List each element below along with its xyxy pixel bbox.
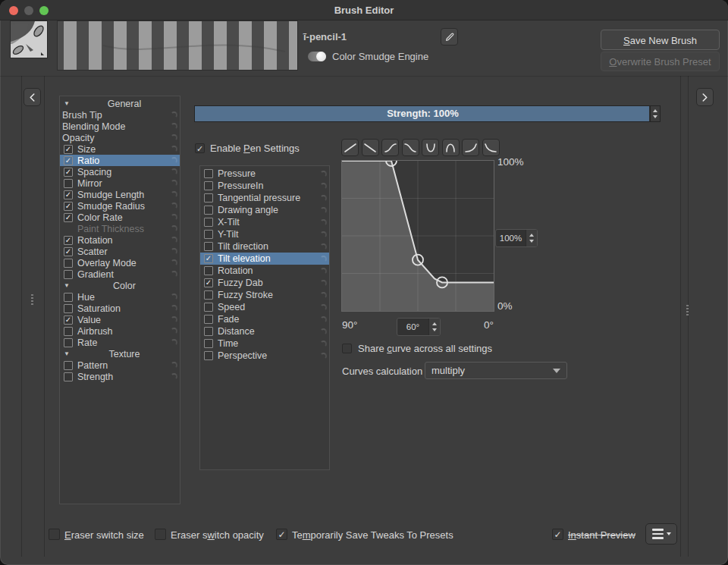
- list-item[interactable]: Gradient: [60, 268, 180, 280]
- detach-menu-button[interactable]: [645, 523, 677, 545]
- item-checkbox[interactable]: ✓: [64, 190, 73, 199]
- item-checkbox[interactable]: [64, 270, 73, 279]
- list-item[interactable]: Perspective: [200, 350, 329, 362]
- list-item[interactable]: Airbrush: [60, 325, 180, 337]
- item-checkbox[interactable]: [204, 327, 213, 336]
- share-curve-checkbox[interactable]: [342, 344, 352, 353]
- curve-preset-arch-button[interactable]: [442, 139, 460, 156]
- item-checkbox[interactable]: ✓: [64, 202, 73, 211]
- enable-pen-settings-row[interactable]: ✓ Enable Pen Settings: [195, 143, 300, 154]
- list-item[interactable]: X-Tilt: [200, 216, 329, 228]
- list-item[interactable]: PressureIn: [200, 180, 329, 192]
- spin-up-icon[interactable]: [432, 322, 437, 325]
- list-item[interactable]: ✓Ratio: [60, 155, 180, 166]
- rename-brush-button[interactable]: [441, 28, 458, 46]
- curve-angle-spinbox[interactable]: 60°: [397, 318, 441, 336]
- item-checkbox[interactable]: ✓: [64, 156, 73, 165]
- item-checkbox[interactable]: ✓: [64, 315, 73, 325]
- curve-preset-s-button[interactable]: [381, 139, 399, 156]
- list-item[interactable]: Pattern: [60, 359, 180, 371]
- item-checkbox[interactable]: [204, 242, 213, 251]
- sensor-list[interactable]: PressurePressureInTangential pressureDra…: [199, 165, 330, 470]
- collapse-triangle-icon[interactable]: ▼: [64, 350, 70, 357]
- curve-preset-concave-up-button[interactable]: [462, 139, 479, 156]
- list-item[interactable]: Drawing angle: [200, 204, 329, 216]
- item-checkbox[interactable]: [64, 179, 73, 188]
- list-item[interactable]: ✓Value: [60, 314, 180, 325]
- eraser-switch-opacity-checkbox[interactable]: [155, 529, 166, 540]
- list-item[interactable]: Blending Mode: [60, 121, 180, 132]
- item-checkbox[interactable]: [204, 303, 213, 312]
- item-checkbox[interactable]: ✓: [64, 168, 73, 177]
- item-checkbox[interactable]: [64, 293, 73, 302]
- list-item[interactable]: Tangential pressure: [200, 192, 329, 204]
- item-checkbox[interactable]: [204, 339, 213, 348]
- eraser-switch-size-checkbox[interactable]: [49, 529, 60, 540]
- item-checkbox[interactable]: [64, 361, 73, 370]
- list-item[interactable]: ✓Spacing: [60, 166, 180, 177]
- previous-preset-button[interactable]: [24, 88, 41, 106]
- enable-pen-settings-checkbox[interactable]: ✓: [195, 143, 205, 153]
- list-item[interactable]: ✓Size: [60, 143, 180, 155]
- curve-angle-spin-buttons[interactable]: [428, 319, 440, 335]
- spin-down-icon[interactable]: [529, 240, 534, 243]
- list-item[interactable]: ✓Color Rate: [60, 212, 180, 223]
- spin-up-icon[interactable]: [653, 109, 657, 112]
- item-checkbox[interactable]: [204, 181, 213, 190]
- curve-preset-linear-up-button[interactable]: [341, 139, 359, 156]
- left-splitter-handle[interactable]: [31, 294, 33, 306]
- list-item[interactable]: Rate: [60, 337, 180, 348]
- instant-preview-checkbox[interactable]: ✓: [552, 529, 563, 540]
- item-checkbox[interactable]: [64, 327, 73, 336]
- list-item[interactable]: Rotation: [200, 265, 329, 277]
- list-item[interactable]: Brush Tip: [60, 109, 180, 121]
- save-new-brush-preset-button[interactable]: Save New Brush Preset...: [601, 30, 720, 50]
- engine-toggle[interactable]: [308, 52, 326, 61]
- section-header[interactable]: ▼Color: [60, 280, 180, 291]
- item-checkbox[interactable]: [204, 218, 213, 227]
- curve-preset-s-reverse-button[interactable]: [402, 139, 419, 156]
- next-preset-button[interactable]: [696, 88, 714, 106]
- item-checkbox[interactable]: [64, 372, 73, 381]
- list-item[interactable]: ✓Smudge Length: [60, 189, 180, 200]
- list-item[interactable]: Pressure: [200, 168, 329, 180]
- list-item[interactable]: Overlay Mode: [60, 257, 180, 268]
- item-checkbox[interactable]: [64, 259, 73, 268]
- list-item[interactable]: Hue: [60, 291, 180, 303]
- item-checkbox[interactable]: [204, 315, 213, 324]
- curve-preset-linear-down-button[interactable]: [362, 139, 379, 156]
- curve-value-spinbox[interactable]: 100%: [495, 229, 538, 247]
- strength-slider[interactable]: Strength: 100%: [194, 105, 661, 122]
- item-checkbox[interactable]: [204, 351, 213, 360]
- list-item[interactable]: Time: [200, 337, 329, 350]
- section-header[interactable]: ▼Texture: [60, 348, 180, 359]
- list-item[interactable]: Saturation: [60, 303, 180, 314]
- item-checkbox[interactable]: ✓: [204, 254, 213, 263]
- list-item[interactable]: ✓Tilt elevation: [200, 253, 329, 265]
- scratchpad[interactable]: [57, 20, 298, 71]
- item-checkbox[interactable]: ✓: [64, 145, 73, 154]
- titlebar[interactable]: Brush Editor: [0, 0, 728, 20]
- list-item[interactable]: ✓Smudge Radius: [60, 200, 180, 212]
- item-checkbox[interactable]: [204, 230, 213, 239]
- list-item[interactable]: Paint Thickness: [60, 223, 180, 234]
- calc-mode-select[interactable]: multiply: [425, 362, 567, 379]
- list-item[interactable]: Mirror: [60, 177, 180, 189]
- temporarily-save-tweaks-checkbox[interactable]: ✓: [276, 529, 287, 540]
- list-item[interactable]: Speed: [200, 301, 329, 313]
- list-item[interactable]: Y-Tilt: [200, 228, 329, 240]
- section-header[interactable]: ▼General: [60, 98, 180, 109]
- item-checkbox[interactable]: [204, 193, 213, 202]
- list-item[interactable]: Distance: [200, 325, 329, 337]
- strength-spin-buttons[interactable]: [650, 106, 660, 121]
- brush-settings-list[interactable]: ▼GeneralBrush TipBlending ModeOpacity✓Si…: [59, 96, 180, 504]
- list-item[interactable]: Fuzzy Stroke: [200, 289, 329, 301]
- curve-value-spin-buttons[interactable]: [526, 230, 537, 246]
- item-checkbox[interactable]: ✓: [64, 247, 73, 256]
- list-item[interactable]: ✓Scatter: [60, 246, 180, 257]
- spin-down-icon[interactable]: [653, 115, 657, 118]
- share-curve-row[interactable]: Share curve across all settings: [342, 343, 492, 354]
- list-item[interactable]: ✓Fuzzy Dab: [200, 277, 329, 289]
- item-checkbox[interactable]: [204, 290, 213, 300]
- list-item[interactable]: Fade: [200, 313, 329, 325]
